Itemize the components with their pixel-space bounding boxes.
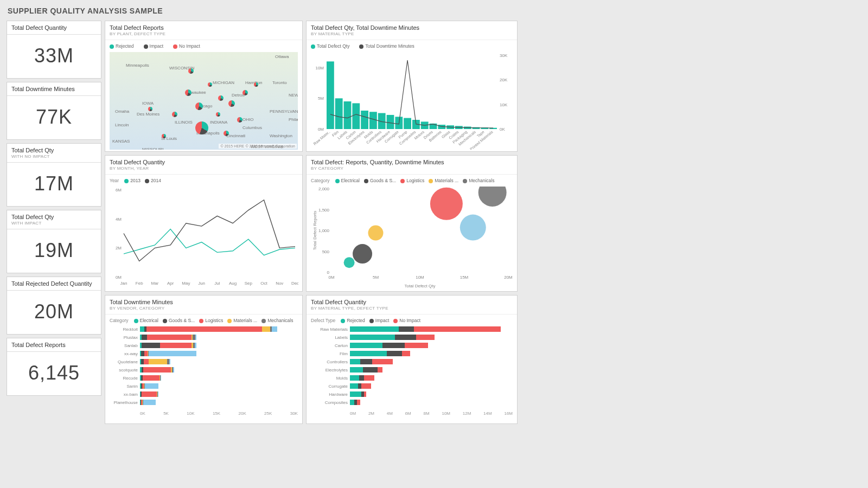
hbar-segment[interactable] [145,383,158,389]
legend-item[interactable]: Logistics [400,178,424,183]
hbar-row[interactable]: Controllers [311,358,513,365]
hbar-segment[interactable] [142,335,147,340]
hbar-segment[interactable] [372,359,393,364]
hbar-segment[interactable] [161,375,161,381]
hbar-segment[interactable] [144,359,149,364]
hbar-segment[interactable] [350,383,358,389]
hbar-segment[interactable] [173,367,174,373]
hbar-segment[interactable] [350,351,387,356]
tile-map-defect-reports[interactable]: Total Defect Reports BY PLANT, DEFECT TY… [105,21,303,152]
legend-item[interactable]: Total Downtime Minutes [359,43,414,49]
combo-chart[interactable]: 0M5M10M0K10K20K30KRaw Mater..FilmLabelsC… [311,52,513,150]
hbar-segment[interactable] [399,326,414,332]
legend-item[interactable]: Impact [144,43,164,49]
hbar-row[interactable]: Planethouse [110,399,298,406]
legend-item[interactable]: Goods & S... [163,318,195,323]
hbar-segment[interactable] [405,343,428,348]
hbar-row[interactable]: Film [311,350,513,357]
hbar-row[interactable]: Raw Materials [311,325,513,333]
legend-item[interactable]: Goods & S... [364,178,396,183]
legend-item[interactable]: Electrical [335,178,360,183]
legend-item[interactable]: Logistics [199,318,223,323]
map-pie-marker[interactable] [172,112,177,117]
legend-item[interactable]: Rejected [110,43,134,49]
hbar-segment[interactable] [350,400,354,405]
hbar-segment[interactable] [195,343,196,348]
hbar-segment[interactable] [142,391,157,397]
line-chart[interactable]: 0M2M4M6MJanFebMarAprMayJunJulAugSepOctNo… [110,187,298,287]
kpi-total-defect-qty[interactable]: Total Defect Quantity 33M [7,21,101,79]
map-pie-marker[interactable] [148,107,152,111]
hbar-segment[interactable] [387,351,402,356]
hbar-segment[interactable] [350,343,382,348]
map-pie-marker[interactable] [218,95,224,101]
hbar-segment[interactable] [395,335,416,340]
hbar-segment[interactable] [360,359,373,364]
hbar-row[interactable]: Hardware [311,390,513,398]
map-pie-marker[interactable] [254,82,258,87]
hbar-chart[interactable]: ReddoitPlustaxSanlabxx-wayQuotelanescotq… [105,324,302,410]
map-canvas[interactable]: © 2015 HERE © 2015 Microsoft Corporation… [110,52,298,150]
hbar-segment[interactable] [350,391,361,397]
hbar-row[interactable]: Reddoit [110,325,298,333]
legend-item[interactable]: Materials ... [227,318,257,323]
hbar-segment[interactable] [378,367,382,373]
legend-item[interactable]: Total Defect Qty [311,43,349,49]
hbar-row[interactable]: scotquote [110,366,298,374]
hbar-segment[interactable] [350,326,399,332]
legend-item[interactable]: Mechanicals [261,318,293,323]
hbar-segment[interactable] [262,326,270,332]
map-pie-marker[interactable] [216,112,220,117]
hbar-row[interactable]: xx-way [110,350,298,357]
kpi-defect-qty-impact[interactable]: Total Defect Qty WITH IMPACT 19M [7,210,101,273]
hbar-segment[interactable] [272,326,277,332]
tile-defect-qty-material[interactable]: Total Defect Quantity BY MATERIAL TYPE, … [306,295,518,424]
hbar-row[interactable]: Recode [110,374,298,382]
hbar-segment[interactable] [350,359,360,364]
hbar-segment[interactable] [363,367,377,373]
hbar-chart[interactable]: Raw MaterialsLabelsCartonFilmControllers… [307,324,517,410]
hbar-segment[interactable] [143,367,171,373]
hbar-segment[interactable] [364,375,374,381]
hbar-segment[interactable] [416,335,435,340]
hbar-segment[interactable] [160,343,192,348]
map-pie-marker[interactable] [224,131,229,136]
hbar-segment[interactable] [402,351,410,356]
tile-downtime-vendor[interactable]: Total Downtime Minutes BY VENDOR, CATEGO… [105,295,303,424]
map-pie-marker[interactable] [208,82,212,87]
hbar-segment[interactable] [350,375,359,381]
map-pie-marker[interactable] [228,100,235,107]
hbar-segment[interactable] [361,383,372,389]
map-pie-marker[interactable] [195,121,208,134]
legend-item[interactable]: Impact [369,318,390,323]
map-pie-marker[interactable] [195,102,203,110]
hbar-segment[interactable] [195,335,196,340]
hbar-segment[interactable] [382,343,405,348]
hbar-segment[interactable] [364,391,366,397]
hbar-row[interactable]: Quotelane [110,358,298,365]
legend-item[interactable]: No Impact [173,43,200,49]
hbar-row[interactable]: Plustax [110,333,298,341]
kpi-total-rejected-qty[interactable]: Total Rejected Defect Quantity 20M [7,277,101,335]
bubble-chart[interactable]: 0M5M10M15M20M05001,0001,5002,000Total De… [311,187,513,288]
hbar-row[interactable]: Carton [311,342,513,349]
hbar-segment[interactable] [146,326,262,332]
hbar-segment[interactable] [359,375,364,381]
legend-item[interactable]: 2014 [145,178,161,183]
hbar-segment[interactable] [142,343,160,348]
hbar-segment[interactable] [357,400,360,405]
legend-item[interactable]: Rejected [341,318,365,323]
tile-combo-defect-downtime[interactable]: Total Defect Qty, Total Downtime Minutes… [306,21,518,152]
legend-item[interactable]: Materials ... [429,178,458,183]
hbar-segment[interactable] [350,335,395,340]
legend-item[interactable]: Mechanicals [463,178,494,183]
hbar-row[interactable]: Molds [311,374,513,382]
hbar-row[interactable]: Composites [311,399,513,406]
hbar-segment[interactable] [158,391,158,397]
legend-item[interactable]: Electrical [134,318,158,323]
legend-item[interactable]: 2013 [124,178,141,183]
tile-bubble-category[interactable]: Total Defect: Reports, Quantity, Downtim… [306,155,518,292]
legend-item[interactable]: No Impact [393,318,420,323]
hbar-segment[interactable] [147,335,192,340]
map-pie-marker[interactable] [162,134,166,138]
